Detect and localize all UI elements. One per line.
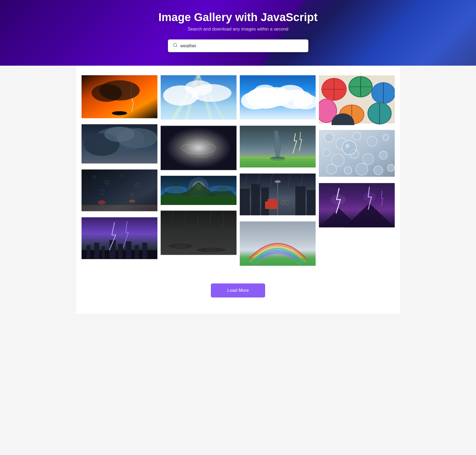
svg-point-136 bbox=[342, 140, 356, 155]
list-item[interactable] bbox=[82, 74, 157, 120]
load-more-button[interactable]: Load More bbox=[211, 283, 265, 297]
svg-point-13 bbox=[104, 127, 134, 142]
gallery-column-4 bbox=[319, 74, 395, 229]
page-subtitle: Search and download any images within a … bbox=[188, 26, 288, 32]
gallery-grid bbox=[82, 74, 395, 267]
list-item[interactable] bbox=[161, 175, 237, 206]
svg-point-126 bbox=[323, 149, 330, 156]
list-item[interactable] bbox=[82, 123, 157, 165]
gallery-column-2 bbox=[161, 74, 237, 256]
svg-point-54 bbox=[208, 185, 234, 191]
svg-point-3 bbox=[112, 111, 127, 115]
svg-rect-26 bbox=[86, 245, 90, 259]
svg-point-124 bbox=[367, 136, 377, 146]
svg-point-130 bbox=[379, 151, 387, 159]
svg-point-132 bbox=[344, 167, 352, 174]
svg-rect-78 bbox=[240, 159, 316, 168]
svg-point-56 bbox=[168, 243, 194, 249]
svg-point-133 bbox=[356, 163, 368, 175]
list-item[interactable] bbox=[82, 216, 157, 260]
svg-point-142 bbox=[363, 192, 376, 202]
svg-point-8 bbox=[92, 84, 122, 102]
svg-rect-83 bbox=[295, 186, 305, 215]
svg-rect-80 bbox=[240, 189, 250, 215]
svg-point-57 bbox=[196, 247, 226, 252]
svg-rect-33 bbox=[142, 243, 147, 259]
svg-rect-28 bbox=[102, 246, 104, 259]
load-more-section: Load More bbox=[76, 273, 400, 314]
list-item[interactable] bbox=[240, 74, 316, 121]
list-item[interactable] bbox=[82, 168, 157, 213]
search-icon bbox=[173, 43, 178, 49]
svg-point-137 bbox=[345, 144, 349, 148]
page-title: Image Gallery with JavaScript bbox=[158, 11, 318, 24]
list-item[interactable] bbox=[319, 182, 395, 229]
svg-point-123 bbox=[353, 132, 360, 140]
svg-point-21 bbox=[98, 200, 105, 204]
svg-point-121 bbox=[324, 133, 333, 142]
svg-rect-88 bbox=[268, 199, 276, 204]
svg-rect-27 bbox=[94, 243, 99, 259]
header-background-decoration bbox=[262, 0, 476, 66]
list-item[interactable] bbox=[319, 128, 395, 178]
svg-rect-52 bbox=[161, 196, 237, 205]
svg-point-22 bbox=[129, 200, 135, 203]
svg-point-134 bbox=[374, 166, 383, 175]
list-item[interactable] bbox=[319, 74, 395, 125]
svg-rect-30 bbox=[118, 244, 123, 259]
svg-rect-98 bbox=[240, 258, 316, 266]
list-item[interactable] bbox=[240, 124, 316, 169]
list-item[interactable] bbox=[161, 209, 237, 256]
list-item[interactable] bbox=[240, 220, 316, 267]
gallery-column-1 bbox=[82, 74, 157, 260]
list-item[interactable] bbox=[161, 124, 237, 172]
svg-point-73 bbox=[276, 85, 304, 101]
svg-line-1 bbox=[176, 46, 177, 47]
list-item[interactable] bbox=[161, 74, 237, 121]
gallery-section bbox=[76, 66, 400, 273]
search-input[interactable] bbox=[180, 43, 303, 49]
svg-point-42 bbox=[184, 80, 212, 95]
svg-point-129 bbox=[363, 153, 374, 165]
svg-point-125 bbox=[383, 135, 389, 140]
svg-point-72 bbox=[254, 85, 276, 99]
search-container bbox=[168, 39, 308, 52]
svg-rect-23 bbox=[82, 205, 157, 211]
gallery-column-3 bbox=[240, 74, 316, 267]
svg-rect-31 bbox=[126, 241, 131, 259]
page-header: Image Gallery with JavaScript Search and… bbox=[0, 0, 476, 66]
svg-point-86 bbox=[275, 180, 281, 183]
svg-rect-32 bbox=[134, 245, 139, 259]
svg-point-131 bbox=[326, 164, 336, 174]
svg-point-135 bbox=[387, 164, 394, 171]
svg-rect-81 bbox=[251, 184, 260, 215]
svg-point-141 bbox=[331, 195, 346, 205]
search-box bbox=[168, 39, 308, 52]
svg-rect-84 bbox=[307, 190, 316, 215]
svg-point-53 bbox=[164, 186, 187, 193]
list-item[interactable] bbox=[240, 172, 316, 217]
